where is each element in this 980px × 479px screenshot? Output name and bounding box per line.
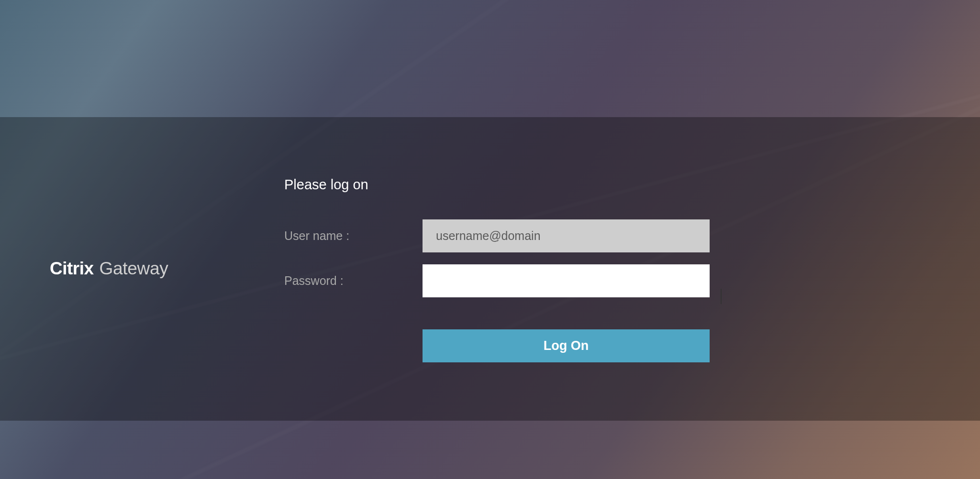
logon-button[interactable]: Log On [423, 329, 710, 362]
login-form: Please log on User name : Password : Log… [284, 177, 710, 362]
logo-product: Gateway [100, 259, 168, 279]
form-title: Please log on [284, 177, 710, 193]
logo-brand: Citrix [50, 259, 94, 279]
password-label: Password : [284, 274, 423, 288]
username-input[interactable] [423, 219, 710, 252]
password-row: Password : [284, 264, 710, 297]
username-label: User name : [284, 229, 423, 243]
product-logo: Citrix Gateway [50, 259, 168, 279]
password-input[interactable] [423, 264, 710, 297]
text-cursor-icon [721, 289, 722, 304]
username-row: User name : [284, 219, 710, 252]
